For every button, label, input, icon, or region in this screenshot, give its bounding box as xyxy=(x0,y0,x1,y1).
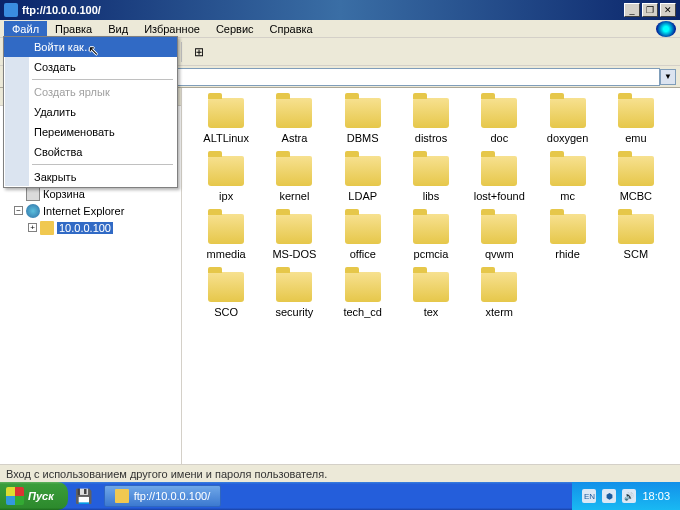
folder-icon xyxy=(413,272,449,302)
folder-label: libs xyxy=(423,190,440,202)
menu-rename[interactable]: Переименовать xyxy=(4,122,177,142)
language-indicator[interactable]: EN xyxy=(582,489,596,503)
folder-item[interactable]: DBMS xyxy=(331,98,395,144)
folder-item[interactable]: distros xyxy=(399,98,463,144)
menu-properties[interactable]: Свойства xyxy=(4,142,177,162)
minimize-button[interactable]: _ xyxy=(624,3,640,17)
folder-label: SCM xyxy=(624,248,648,260)
quick-launch-save[interactable]: 💾 xyxy=(74,486,94,506)
menu-login-as[interactable]: Войти как… ↖ xyxy=(4,37,177,57)
menu-favorites[interactable]: Избранное xyxy=(136,21,208,37)
folder-label: MCBC xyxy=(620,190,652,202)
tray-shield-icon[interactable]: ⬢ xyxy=(602,489,616,503)
menu-help[interactable]: Справка xyxy=(262,21,321,37)
tray-volume-icon[interactable]: 🔊 xyxy=(622,489,636,503)
folder-grid: ALTLinuxAstraDBMSdistrosdocdoxygenemuipx… xyxy=(182,88,680,496)
folder-icon xyxy=(345,214,381,244)
throbber-icon xyxy=(656,21,676,37)
folder-item[interactable]: MCBC xyxy=(604,156,668,202)
folder-icon xyxy=(618,156,654,186)
folder-label: office xyxy=(350,248,376,260)
folder-icon xyxy=(550,214,586,244)
folder-label: pcmcia xyxy=(414,248,449,260)
tree-item-ie[interactable]: − Internet Explorer xyxy=(0,202,181,219)
folder-icon xyxy=(208,156,244,186)
folder-icon xyxy=(413,98,449,128)
menu-create-shortcut: Создать ярлык xyxy=(4,82,177,102)
bin-icon xyxy=(26,187,40,201)
menu-view[interactable]: Вид xyxy=(100,21,136,37)
start-label: Пуск xyxy=(28,490,54,502)
folder-item[interactable]: doc xyxy=(467,98,531,144)
restore-button[interactable]: ❐ xyxy=(642,3,658,17)
folder-label: doc xyxy=(490,132,508,144)
window-title: ftp://10.0.0.100/ xyxy=(22,4,624,16)
views-button[interactable] xyxy=(188,41,210,63)
collapse-icon[interactable]: − xyxy=(14,206,23,215)
folder-label: security xyxy=(275,306,313,318)
address-dropdown-button[interactable]: ▼ xyxy=(660,69,676,85)
task-label: ftp://10.0.0.100/ xyxy=(134,490,210,502)
folder-item[interactable]: Astra xyxy=(262,98,326,144)
folder-item[interactable]: mc xyxy=(535,156,599,202)
views-icon xyxy=(194,45,204,59)
folder-item[interactable]: office xyxy=(331,214,395,260)
menu-edit[interactable]: Правка xyxy=(47,21,100,37)
menu-tools[interactable]: Сервис xyxy=(208,21,262,37)
folder-item[interactable]: tex xyxy=(399,272,463,318)
folder-item[interactable]: doxygen xyxy=(535,98,599,144)
folder-label: Astra xyxy=(282,132,308,144)
folder-item[interactable]: libs xyxy=(399,156,463,202)
folder-item[interactable]: MS-DOS xyxy=(262,214,326,260)
folder-item[interactable]: tech_cd xyxy=(331,272,395,318)
folder-item[interactable]: mmedia xyxy=(194,214,258,260)
expand-icon[interactable]: + xyxy=(28,223,37,232)
status-bar: Вход с использованием другого имени и па… xyxy=(0,464,680,482)
folder-icon xyxy=(345,156,381,186)
folder-item[interactable]: qvwm xyxy=(467,214,531,260)
folder-label: tex xyxy=(424,306,439,318)
folder-item[interactable]: LDAP xyxy=(331,156,395,202)
folder-item[interactable]: ipx xyxy=(194,156,258,202)
ftp-folder-icon xyxy=(40,221,54,235)
windows-logo-icon xyxy=(6,487,24,505)
folder-label: mc xyxy=(560,190,575,202)
clock[interactable]: 18:03 xyxy=(642,490,670,502)
folder-item[interactable]: emu xyxy=(604,98,668,144)
folder-icon xyxy=(345,272,381,302)
taskbar-task[interactable]: ftp://10.0.0.100/ xyxy=(104,485,221,507)
folder-item[interactable]: ALTLinux xyxy=(194,98,258,144)
folder-item[interactable]: security xyxy=(262,272,326,318)
window-icon xyxy=(4,3,18,17)
folder-icon xyxy=(208,272,244,302)
folder-label: distros xyxy=(415,132,447,144)
folder-item[interactable]: rhide xyxy=(535,214,599,260)
menu-create[interactable]: Создать xyxy=(4,57,177,77)
file-menu-dropdown: Войти как… ↖ Создать Создать ярлык Удали… xyxy=(3,36,178,188)
folder-label: kernel xyxy=(279,190,309,202)
menu-delete[interactable]: Удалить xyxy=(4,102,177,122)
menu-file[interactable]: Файл xyxy=(4,21,47,37)
folder-icon xyxy=(481,214,517,244)
menu-close[interactable]: Закрыть xyxy=(4,167,177,187)
tree-item-ftp[interactable]: + 10.0.0.100 xyxy=(0,219,181,236)
folder-icon xyxy=(208,98,244,128)
folder-label: ALTLinux xyxy=(203,132,249,144)
folder-item[interactable]: kernel xyxy=(262,156,326,202)
close-button[interactable]: ✕ xyxy=(660,3,676,17)
folder-item[interactable]: SCM xyxy=(604,214,668,260)
taskbar: Пуск 💾 ftp://10.0.0.100/ EN ⬢ 🔊 18:03 xyxy=(0,482,680,510)
folder-icon xyxy=(550,156,586,186)
folder-item[interactable]: pcmcia xyxy=(399,214,463,260)
folder-label: emu xyxy=(625,132,646,144)
folder-icon xyxy=(276,272,312,302)
folder-item[interactable]: xterm xyxy=(467,272,531,318)
folder-icon xyxy=(481,98,517,128)
status-text: Вход с использованием другого имени и па… xyxy=(6,468,327,480)
menu-login-as-label: Войти как… xyxy=(34,41,95,53)
folder-item[interactable]: SCO xyxy=(194,272,258,318)
folder-item[interactable]: lost+found xyxy=(467,156,531,202)
folder-label: qvwm xyxy=(485,248,514,260)
folder-icon xyxy=(208,214,244,244)
start-button[interactable]: Пуск xyxy=(0,482,68,510)
